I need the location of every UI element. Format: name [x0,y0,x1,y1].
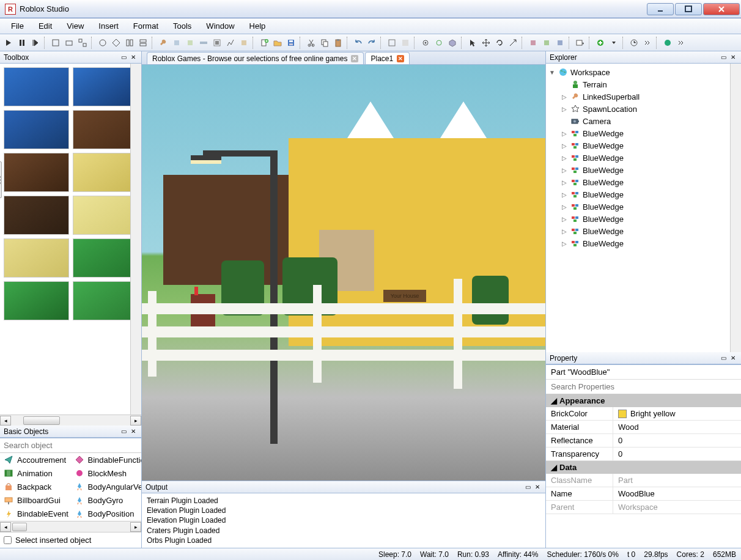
tree-node[interactable]: ▷BlueWedge [561,152,739,164]
tree-arrow-icon[interactable]: ▷ [561,130,568,137]
tree-node[interactable]: ▷BlueWedge [561,201,739,213]
gear2-icon[interactable] [433,37,445,49]
tree-node[interactable]: ▷BlueWedge [561,139,739,152]
property-value[interactable]: 0 [613,434,741,447]
step-button[interactable] [29,37,42,49]
tree-arrow-icon[interactable]: ▷ [561,228,568,235]
play-button[interactable] [2,37,15,49]
basic-object-item[interactable]: BillboardGui [0,494,71,507]
tool-6[interactable] [124,37,136,49]
toolbox-thumb[interactable] [73,67,138,106]
basic-object-item[interactable]: Backpack [0,480,71,493]
pause-button[interactable] [16,37,28,49]
menu-help[interactable]: Help [243,19,272,33]
output-close-icon[interactable]: ✕ [533,483,542,492]
tool-5[interactable] [110,37,122,49]
toolbox-close-icon[interactable]: ✕ [129,53,138,62]
tree-arrow-icon[interactable]: ▷ [561,240,568,247]
tree-node[interactable]: ▷BlueWedge [561,127,739,139]
menu-file[interactable]: File [5,19,30,33]
tree-arrow-icon[interactable]: ▷ [561,155,568,161]
tree-node[interactable]: ▷SpawnLocation [561,103,739,115]
tree-arrow-icon[interactable]: ▷ [561,106,568,112]
toolbox-undock-icon[interactable]: ▭ [119,53,128,62]
toolbox-thumb[interactable] [4,238,69,278]
tool-18[interactable] [554,37,566,49]
tree-arrow-icon[interactable]: ▼ [548,69,556,76]
tab-place1[interactable]: Place1 ✕ [365,52,410,64]
menu-edit[interactable]: Edit [32,19,58,33]
tool-16[interactable] [527,37,539,49]
tool-1[interactable] [50,37,62,49]
property-row[interactable]: Reflectance0 [546,434,741,448]
tree-arrow-icon[interactable]: ▷ [561,204,568,210]
tool-9[interactable] [184,37,196,49]
tool-17[interactable] [540,37,553,49]
explorer-vscroll[interactable] [730,64,741,352]
basic-objects-close-icon[interactable]: ✕ [129,427,138,436]
basic-objects-search-input[interactable] [0,438,141,453]
tool-15[interactable] [399,37,411,49]
tree-arrow-icon[interactable]: ▷ [561,94,568,100]
tool-7[interactable] [137,37,149,49]
menu-format[interactable]: Format [127,19,164,33]
toolbox-vscroll[interactable] [130,64,141,414]
basic-object-item[interactable]: BindableFunction [71,453,142,466]
open-file-button[interactable] [271,37,284,49]
menu-view[interactable]: View [61,19,90,33]
property-search-input[interactable] [546,380,741,394]
viewport-3d[interactable]: Your House [142,65,545,481]
basic-objects-hscroll[interactable]: ◂▸ [0,521,141,532]
tree-node[interactable]: ▷BlueWedge [561,188,739,201]
cursor-icon[interactable] [466,37,479,49]
tab-roblox-games[interactable]: Roblox Games - Browse our selections of … [147,52,364,64]
property-close-icon[interactable]: ✕ [729,354,737,363]
menu-window[interactable]: Window [200,19,240,33]
property-value[interactable]: Part [613,474,741,487]
basic-object-item[interactable]: Animation [0,466,71,480]
toolbox-thumb[interactable] [4,196,69,235]
tab-close-icon[interactable]: ✕ [397,55,404,62]
cube-icon[interactable] [446,37,459,49]
toolbox-thumb[interactable] [4,153,69,192]
tree-node-label[interactable]: Workspace [570,68,610,77]
tree-node[interactable]: ▷LinkedSuperball [561,90,739,103]
tool-3[interactable] [76,37,89,49]
tree-node[interactable]: ▷BlueWedge [561,237,739,249]
scroll-right-icon[interactable]: ▸ [130,416,141,426]
double-chevron-icon-2[interactable] [675,37,687,49]
dropdown-1[interactable] [574,37,586,49]
record-icon[interactable] [662,37,674,49]
tool-10[interactable] [197,37,210,49]
menu-tools[interactable]: Tools [167,19,197,33]
basic-object-item[interactable]: BodyAngularVelocity [71,480,142,493]
toolbox-thumb[interactable] [4,281,69,320]
basic-object-item[interactable]: BodyGyro [71,494,142,507]
basic-object-item[interactable]: BlockMesh [71,466,142,480]
property-undock-icon[interactable]: ▭ [719,354,728,363]
tree-node[interactable]: Camera [561,115,739,127]
cut-button[interactable] [305,37,317,49]
property-section-header[interactable]: ◢Appearance [546,394,741,407]
time-icon[interactable] [628,37,640,49]
basic-object-item[interactable]: Accoutrement [0,453,71,466]
minimize-button[interactable] [647,3,674,15]
tree-node[interactable]: ▷BlueWedge [561,164,739,176]
property-row[interactable]: NameWoodBlue [546,487,741,501]
toolbox-thumb[interactable] [73,238,138,278]
property-row[interactable]: MaterialWood [546,421,741,434]
toolbox-thumb[interactable] [73,110,138,149]
tool-2[interactable] [63,37,75,49]
tree-arrow-icon[interactable]: ▷ [561,216,568,223]
save-button[interactable] [285,37,297,49]
wrench-icon[interactable] [157,37,169,49]
property-section-header[interactable]: ◢Data [546,461,741,474]
move-icon[interactable] [480,37,492,49]
toolbox-thumb[interactable] [73,196,138,235]
menu-insert[interactable]: Insert [92,19,125,33]
property-value[interactable]: WoodBlue [613,487,741,500]
basic-object-item[interactable]: BindableEvent [0,507,71,521]
add-icon[interactable] [594,37,606,49]
basic-objects-undock-icon[interactable]: ▭ [119,427,128,436]
copy-button[interactable] [319,37,331,49]
